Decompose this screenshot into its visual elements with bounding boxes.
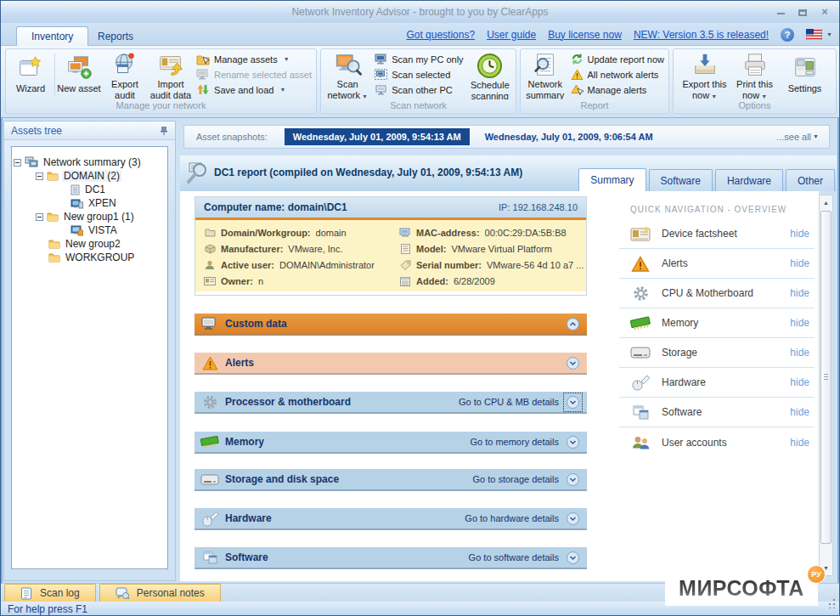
field-value: VMware Virtual Platform — [451, 244, 551, 254]
collapse-box-icon[interactable] — [36, 213, 43, 221]
quick-nav-item-memory[interactable]: Memory hide — [619, 308, 815, 338]
scan-selected-button[interactable]: Scan selected — [375, 67, 463, 82]
scrollbar-thumb[interactable] — [820, 211, 832, 544]
section-storage[interactable]: Storage and disk space Go to storage det… — [194, 469, 587, 491]
close-button[interactable]: × — [819, 6, 831, 16]
quick-nav-item-hardware[interactable]: Hardware hide — [619, 368, 815, 398]
tree-node-xpen[interactable]: XPEN — [14, 196, 166, 210]
network-summary-button[interactable]: Network summary — [522, 50, 568, 99]
tree-node-new-group1[interactable]: New group1 (1) — [14, 210, 166, 223]
hide-link[interactable]: hide — [790, 437, 809, 449]
snapshot-previous[interactable]: Wednesday, July 01, 2009, 9:06:54 AM — [485, 132, 653, 142]
tab-hardware[interactable]: Hardware — [715, 169, 783, 191]
maximize-button[interactable] — [797, 6, 809, 16]
report-title: DC1 report (compiled on Wednesday, July … — [214, 167, 522, 178]
tab-scan-log[interactable]: Scan log — [4, 584, 96, 602]
collapse-box-icon[interactable] — [14, 159, 21, 167]
link-buy-license[interactable]: Buy license now — [548, 29, 622, 41]
expand-button[interactable] — [567, 396, 579, 409]
tab-inventory[interactable]: Inventory — [16, 26, 88, 46]
hide-link[interactable]: hide — [790, 317, 809, 329]
window-controls: × — [775, 6, 831, 16]
scan-other-pc-button[interactable]: Scan other PC — [375, 82, 463, 97]
drive-icon — [630, 346, 651, 360]
tab-reports[interactable]: Reports — [83, 26, 148, 46]
quick-nav-item-storage[interactable]: Storage hide — [619, 338, 815, 368]
hide-link[interactable]: hide — [790, 376, 809, 388]
expand-button[interactable] — [567, 551, 579, 564]
section-software[interactable]: Software Go to software details — [194, 547, 587, 569]
snapshot-selected[interactable]: Wednesday, July 01, 2009, 9:54:13 AM — [285, 128, 470, 145]
hide-link[interactable]: hide — [790, 406, 809, 418]
tree-node-network-summary[interactable]: Network summary (3) — [14, 155, 166, 169]
export-now-button[interactable]: Export this now▼ — [679, 50, 730, 99]
section-memory[interactable]: Memory Go to memory details — [194, 432, 587, 454]
id-card-icon — [630, 226, 651, 241]
link-new-version[interactable]: NEW: Version 3.5 is released! — [634, 29, 769, 41]
section-processor-motherboard[interactable]: Processor & motherboard Go to CPU & MB d… — [194, 392, 587, 414]
hide-link[interactable]: hide — [790, 347, 809, 359]
new-asset-button[interactable]: New asset — [56, 50, 102, 99]
print-now-button[interactable]: Print this now▼ — [730, 50, 780, 99]
collapse-button[interactable] — [567, 318, 579, 331]
collapse-box-icon[interactable] — [36, 172, 43, 180]
tree-node-vista[interactable]: VISTA — [14, 223, 166, 237]
quick-nav-item-user-accounts[interactable]: User accounts hide — [619, 427, 815, 457]
app-window: Network Inventory Advisor - brought to y… — [0, 0, 840, 616]
manage-assets-button[interactable]: Manage assets ▼ — [196, 52, 312, 66]
all-alerts-button[interactable]: All network alerts — [571, 67, 665, 82]
schedule-scanning-button[interactable]: Schedule scanning — [466, 50, 514, 99]
section-link[interactable]: Go to hardware details — [465, 513, 559, 523]
quick-nav-item-cpu[interactable]: CPU & Motherboard hide — [619, 279, 815, 308]
tree-node-new-group2[interactable]: New group2 — [14, 237, 166, 251]
section-alerts[interactable]: Alerts — [194, 353, 587, 375]
tree-node-dc1[interactable]: DC1 — [14, 183, 166, 196]
settings-button[interactable]: Settings — [780, 50, 830, 99]
computer-home-icon — [70, 225, 83, 236]
section-link[interactable]: Go to memory details — [470, 437, 559, 447]
quick-nav-item-device-factsheet[interactable]: Device factsheet hide — [619, 219, 815, 249]
rename-asset-button[interactable]: Rename selected asset — [196, 67, 312, 82]
tab-other[interactable]: Other — [786, 169, 835, 191]
minimize-button[interactable] — [775, 6, 786, 16]
tab-software[interactable]: Software — [649, 169, 713, 191]
field-row: Domain/Workgroup: domain — [204, 224, 391, 240]
vertical-scrollbar[interactable]: ▲ ▼ — [819, 195, 833, 576]
expand-button[interactable] — [567, 473, 579, 486]
hide-link[interactable]: hide — [790, 257, 809, 269]
hide-link[interactable]: hide — [790, 287, 809, 299]
resize-grip[interactable] — [827, 598, 836, 608]
update-report-button[interactable]: Update report now — [571, 52, 665, 66]
expand-button[interactable] — [567, 512, 579, 525]
folder-icon — [48, 252, 60, 263]
tree-node-workgroup[interactable]: WORKGROUP — [14, 251, 166, 264]
section-link[interactable]: Go to CPU & MB details — [459, 397, 559, 407]
tree-node-domain[interactable]: DOMAIN (2) — [14, 169, 166, 183]
tab-personal-notes[interactable]: Personal notes — [99, 584, 221, 602]
scroll-up-icon[interactable]: ▲ — [820, 196, 832, 209]
tab-summary[interactable]: Summary — [578, 168, 646, 191]
export-audit-agent-button[interactable]: Export audit agent — [102, 50, 148, 99]
manage-alerts-button[interactable]: Manage alerts — [571, 82, 665, 97]
section-link[interactable]: Go to software details — [469, 552, 559, 562]
wizard-button[interactable]: Wizard — [8, 50, 54, 99]
language-selector[interactable]: ▼ — [806, 29, 832, 40]
help-icon[interactable]: ? — [781, 28, 794, 42]
quick-nav-item-alerts[interactable]: Alerts hide — [619, 249, 815, 279]
quick-nav-item-software[interactable]: Software hide — [619, 398, 815, 427]
see-all-button[interactable]: ...see all ▼ — [776, 132, 819, 142]
expand-button[interactable] — [567, 436, 579, 449]
section-hardware[interactable]: Hardware Go to hardware details — [194, 508, 587, 530]
section-link[interactable]: Go to storage details — [472, 474, 559, 484]
link-user-guide[interactable]: User guide — [487, 29, 536, 41]
gear-icon — [630, 285, 651, 302]
section-custom-data[interactable]: Custom data — [194, 314, 587, 336]
scan-my-pc-button[interactable]: Scan my PC only — [375, 52, 463, 66]
scan-network-button[interactable]: Scan network▼ — [323, 50, 372, 99]
expand-button[interactable] — [567, 357, 579, 370]
save-and-load-button[interactable]: Save and load ▼ — [196, 82, 312, 97]
link-got-questions[interactable]: Got questions? — [406, 29, 475, 41]
pin-icon[interactable] — [160, 126, 168, 135]
hide-link[interactable]: hide — [790, 228, 809, 240]
import-audit-data-button[interactable]: Import audit data — [148, 50, 194, 99]
